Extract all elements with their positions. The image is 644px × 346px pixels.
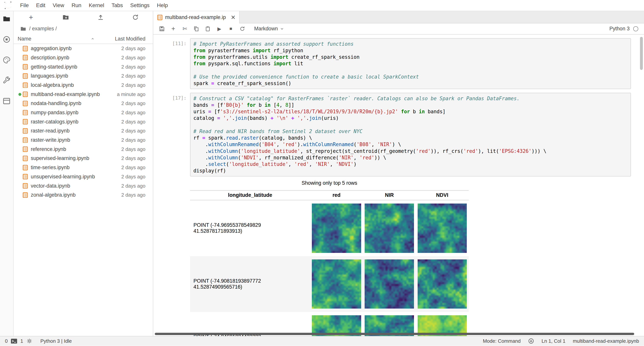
jupyterlab-window: FileEditViewRunKernelTabsSettingsHelp [0, 0, 644, 346]
file-row[interactable]: description.ipynb2 days ago [14, 53, 153, 62]
status-bar: 0 1 Python 3 | Idle Mode: Command Ln 1, … [0, 336, 644, 346]
restart-kernel-button[interactable] [239, 25, 246, 33]
file-name: raster-catalogs.ipynb [31, 119, 121, 125]
file-row[interactable]: aggregation.ipynb2 days ago [14, 44, 153, 53]
file-modified: 2 days ago [121, 119, 146, 124]
add-cell-button[interactable]: + [170, 25, 177, 33]
file-row[interactable]: raster-catalogs.ipynb2 days ago [14, 117, 153, 126]
notebook-toolbar: + ✄ ▶ ■ Markdown Python 3 [153, 24, 644, 34]
file-row[interactable]: zonal-algebra.ipynb2 days ago [14, 190, 153, 200]
cursor-position[interactable]: Ln 1, Col 1 [542, 338, 566, 344]
file-row[interactable]: raster-write.ipynb2 days ago [14, 136, 153, 145]
sort-caret-icon[interactable] [91, 37, 94, 41]
notebook-icon [23, 174, 28, 179]
table-row: POINT (-74.90818193897772 41.52874909565… [190, 256, 468, 312]
terminal-icon [11, 339, 17, 344]
horizontal-scrollbar[interactable] [155, 333, 634, 335]
column-header-name[interactable]: Name [18, 36, 91, 42]
tab-manager-icon[interactable] [2, 96, 11, 106]
output-note: Showing only top 5 rows [190, 180, 468, 186]
vertical-scrollbar[interactable] [640, 37, 643, 70]
cell-editor[interactable]: # Import PyRasterFrames and assorted sup… [190, 38, 631, 89]
file-row[interactable]: vector-data.ipynb2 days ago [14, 181, 153, 190]
file-list-header: Name Last Modified [14, 34, 153, 44]
notebook-tab[interactable]: multiband-read-example.ip ✕ [153, 11, 240, 24]
code-cell[interactable]: [17]:# Construct a CSV "catalog" for Ras… [153, 93, 644, 176]
code-line: bands = [f'B0{b}' for b in [4, 8]] [193, 102, 628, 108]
file-browser-icon[interactable] [2, 14, 11, 24]
menu-settings[interactable]: Settings [126, 0, 153, 11]
menu-view[interactable]: View [49, 0, 68, 11]
upload-button[interactable] [96, 12, 106, 22]
kernel-status[interactable]: Python 3 | Idle [40, 338, 72, 344]
file-modified: 2 days ago [121, 146, 146, 152]
menu-help[interactable]: Help [153, 0, 172, 11]
paste-cells-button[interactable] [204, 25, 212, 33]
cut-cells-button[interactable]: ✄ [181, 25, 188, 33]
file-modified: 2 days ago [121, 165, 146, 170]
file-row[interactable]: time-series.ipynb2 days ago [14, 163, 153, 172]
menu-tabs[interactable]: Tabs [108, 0, 126, 11]
menu-edit[interactable]: Edit [32, 0, 49, 11]
file-row[interactable]: raster-read.ipynb2 days ago [14, 126, 153, 136]
notebook-icon [23, 110, 28, 116]
file-row[interactable]: unsupervised-learning.ipynb2 days ago [14, 172, 153, 181]
file-row[interactable]: multiband-read-example.ipynba minute ago [14, 90, 153, 99]
kernels-count[interactable]: 1 [20, 338, 23, 344]
file-row[interactable]: numpy-pandas.ipynb2 days ago [14, 108, 153, 117]
column-header-red: red [310, 190, 363, 200]
file-row[interactable]: reference.ipynb2 days ago [14, 144, 153, 154]
code-line: uris = [f's3://sentinel-s2-l2a/tiles/18/… [193, 108, 628, 115]
file-name: unsupervised-learning.ipynb [31, 174, 121, 180]
code-line: # Construct a CSV "catalog" for RasterFr… [193, 95, 628, 102]
file-modified: 2 days ago [121, 174, 146, 180]
file-row[interactable]: languages.ipynb2 days ago [14, 72, 153, 81]
raster-cell [310, 256, 363, 312]
running-sessions-icon[interactable] [2, 35, 11, 44]
terminals-count[interactable]: 0 [5, 338, 8, 344]
run-cell-button[interactable]: ▶ [216, 25, 223, 33]
cell-type-dropdown[interactable]: Markdown [254, 26, 284, 32]
point-cell: POINT (-74.96955378549829 41.52878171893… [190, 200, 310, 256]
file-name: nodata-handling.ipynb [31, 100, 121, 106]
file-row[interactable]: supervised-learning.ipynb2 days ago [14, 154, 153, 163]
file-name: time-series.ipynb [31, 164, 121, 170]
raster-cell [310, 200, 363, 256]
breadcrumb[interactable]: / examples / [14, 24, 153, 34]
menu-kernel[interactable]: Kernel [85, 0, 108, 11]
command-mode-indicator[interactable]: Mode: Command [483, 338, 521, 344]
jupyter-logo-icon [3, 0, 13, 10]
column-header-NDVI: NDVI [416, 190, 468, 200]
output-table: longitude_latituderedNIRNDVIPOINT (-74.9… [190, 190, 468, 336]
notifications-icon[interactable] [528, 338, 534, 344]
code-line [193, 67, 628, 73]
new-launcher-button[interactable]: + [26, 12, 36, 22]
refresh-file-list-button[interactable] [130, 12, 140, 22]
command-palette-icon[interactable] [2, 56, 11, 64]
file-modified: 2 days ago [121, 46, 146, 51]
file-modified: 2 days ago [121, 128, 146, 134]
close-tab-icon[interactable]: ✕ [231, 14, 236, 20]
save-button[interactable] [158, 25, 166, 33]
code-cell[interactable]: [11]:# Import PyRasterFrames and assorte… [153, 38, 644, 89]
cell-editor[interactable]: # Construct a CSV "catalog" for RasterFr… [190, 93, 631, 176]
property-inspector-icon[interactable] [2, 76, 11, 85]
file-row[interactable]: local-algebra.ipynb2 days ago [14, 81, 153, 90]
file-modified: 2 days ago [121, 183, 146, 189]
kernel-name[interactable]: Python 3 [610, 26, 630, 32]
file-row[interactable]: getting-started.ipynb2 days ago [14, 62, 153, 72]
menu-file[interactable]: File [16, 0, 32, 11]
notebook-icon [23, 183, 28, 188]
copy-cells-button[interactable] [192, 25, 200, 33]
file-row[interactable]: nodata-handling.ipynb2 days ago [14, 99, 153, 108]
file-name: vector-data.ipynb [31, 183, 121, 189]
file-name: local-algebra.ipynb [31, 82, 121, 88]
menu-run[interactable]: Run [68, 0, 85, 11]
interrupt-kernel-button[interactable]: ■ [227, 25, 235, 33]
file-modified: a minute ago [117, 92, 145, 97]
table-row: POINT (-74.96955378549829 41.52878171893… [190, 200, 468, 256]
file-list: aggregation.ipynb2 days agodescription.i… [14, 44, 153, 336]
code-line: from pyrasterframes.utils import create_… [193, 54, 628, 60]
new-folder-button[interactable] [61, 12, 71, 22]
column-header-modified[interactable]: Last Modified [115, 36, 145, 42]
